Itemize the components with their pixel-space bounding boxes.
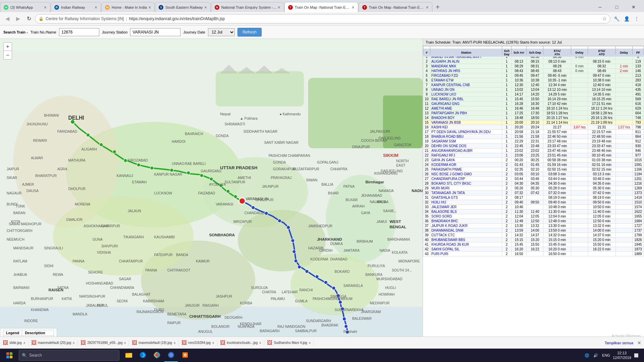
start-button[interactable] [1, 349, 17, 362]
new-tab-button[interactable]: + [433, 2, 443, 12]
tab-whatsapp[interactable]: W (3) WhatsApp × [0, 2, 50, 12]
taskbar-media[interactable] [178, 349, 192, 362]
taskbar-search[interactable]: 🔍 Search [19, 350, 119, 361]
table-row: 43 PURI PURI 2 16:50 16:50 0 min 1889 [423, 252, 644, 256]
maximize-button[interactable]: □ [609, 2, 625, 12]
journey-station-input[interactable] [130, 28, 180, 36]
download-menu-6[interactable]: ∧ [309, 341, 311, 345]
tray-network[interactable]: 🌐 [583, 353, 591, 358]
svg-text:KOLKATA: KOLKATA [392, 250, 408, 254]
svg-text:HUGLI: HUGLI [385, 286, 396, 290]
download-name-0: slide.jpg [9, 341, 22, 345]
close-downloads[interactable]: ✕ [637, 340, 641, 346]
svg-text:JHARGRAM: JHARGRAM [361, 310, 381, 314]
svg-text:LUCKNOW: LUCKNOW [154, 191, 172, 195]
svg-text:RAISEN: RAISEN [48, 288, 63, 292]
close-button[interactable]: ✕ [626, 2, 641, 12]
tab-train-on-map2[interactable]: T Train On Map -National Train En... × [359, 2, 432, 12]
svg-text:RAE BARELI: RAE BARELI [185, 162, 206, 166]
svg-text:CHHAPRA: CHHAPRA [330, 167, 347, 171]
svg-text:● Kathmandu: ● Kathmandu [279, 112, 301, 116]
forward-button[interactable]: ▶ [13, 14, 23, 23]
tray-volume[interactable]: 🔊 [592, 353, 599, 358]
svg-point-40 [324, 281, 328, 284]
svg-text:BEMETARA: BEMETARA [167, 312, 186, 316]
tab-close-whatsapp[interactable]: × [44, 5, 47, 10]
svg-text:DHOLPUR: DHOLPUR [68, 187, 86, 191]
download-menu-2[interactable]: ∧ [124, 341, 126, 345]
tab-close-ntes[interactable]: × [278, 5, 280, 10]
tab-make-in-india[interactable]: M Home - Make In India × [101, 2, 155, 12]
download-menu-1[interactable]: ∧ [72, 341, 75, 345]
schedule-table: # Station SchDay Sch Arr Sch Dep ETA/ATA… [423, 46, 644, 256]
taskbar-chrome-active[interactable] [164, 349, 178, 362]
svg-point-18 [124, 159, 127, 163]
zoom-out-button[interactable]: − [3, 51, 12, 60]
table-row: 35 SORO SORD 2 12:04 12:05 12:04 0 min 1… [423, 214, 644, 219]
tab-close-indian-railway[interactable]: × [95, 5, 97, 10]
col-delay2: Delay [615, 48, 632, 57]
bookmark-icon[interactable]: ☆ [602, 15, 607, 22]
table-row: 18 BHABUA ROAD BBU 1 21:56 21:58 22:46 5… [423, 134, 644, 139]
minimize-button[interactable]: ─ [592, 2, 608, 12]
tab-close-train-on-map2[interactable]: × [426, 5, 429, 10]
svg-text:ALWAR: ALWAR [31, 156, 43, 160]
taskbar-file-explorer[interactable] [122, 349, 136, 362]
svg-text:JALPAIGURI: JALPAIGURI [370, 129, 390, 133]
taskbar-edge[interactable] [136, 349, 150, 362]
svg-text:MANDLA: MANDLA [73, 312, 88, 316]
svg-text:BAHRAICH: BAHRAICH [185, 132, 203, 136]
profile-icon[interactable]: 👤 [622, 14, 631, 23]
tab-close-train-on-map1[interactable]: × [352, 5, 355, 10]
svg-text:GAYA: GAYA [361, 211, 370, 215]
train-number-input[interactable] [59, 28, 99, 36]
svg-text:JASHPUR: JASHPUR [216, 294, 232, 298]
tab-indian-railway[interactable]: R Indian Railway × [51, 2, 101, 12]
tab-favicon-ntes: N [215, 5, 219, 10]
download-menu-3[interactable]: ∧ [173, 341, 176, 345]
tab-train-on-map1[interactable]: T Train On Map -National Train En... × [284, 2, 358, 12]
download-name-6: Sudhanshu Mani 4.jpg [274, 341, 307, 345]
taskbar-clock[interactable]: 22:13 12/07/2019 [613, 351, 631, 360]
zoom-in-button[interactable]: + [3, 42, 12, 51]
svg-text:JHABUA: JHABUA [13, 273, 27, 277]
table-row: 24 KODERMA KOR 2 01:43 01:45 01:59 16 mi… [423, 163, 644, 167]
svg-text:SARAIKELA: SARAIKELA [343, 284, 363, 288]
download-icon-1: 🖼 [31, 340, 37, 346]
map-area[interactable]: VARANASI JN [0, 39, 423, 350]
tab-south-eastern[interactable]: S South Eastern Railway × [155, 2, 210, 12]
table-row: 17 PT DEEN DAYAL UPADHYAYA JN DDU 1 20:5… [423, 130, 644, 134]
show-all-downloads[interactable]: Tampilkan semua [604, 341, 633, 345]
table-row: 21 ANUGRAHANROAD AUBR 1 23:02 23:02 23:4… [423, 148, 644, 153]
svg-point-241 [170, 354, 172, 356]
download-menu-0[interactable]: ∧ [23, 341, 25, 345]
journey-date-select[interactable]: 12 Jul [208, 28, 235, 36]
back-button[interactable]: ◀ [3, 14, 12, 23]
table-row: 20 DEHRI ON SONE DOS 1 22:45 22:48 23:33… [423, 144, 644, 148]
svg-text:DHANBAD: DHANBAD [330, 257, 347, 261]
taskbar-chrome[interactable] [150, 349, 164, 362]
address-box[interactable]: 🔒 Centre for Railway Information Systems… [35, 14, 610, 23]
journey-date-label: Journey Date [183, 30, 205, 34]
svg-text:BARAGARH: BARAGARH [260, 329, 279, 333]
tab-close-make-in-india[interactable]: × [148, 5, 151, 10]
table-row: 36 BHADRAKH BHC 2 12:48 12:50 12:48 0 mi… [423, 219, 644, 224]
refresh-button[interactable]: Refresh [237, 28, 262, 37]
svg-text:JHUNJHUNU: JHUNJHUNU [26, 122, 48, 126]
tab-ntes[interactable]: N National Train Enquiry System -... × [211, 2, 284, 12]
download-menu-5[interactable]: ∧ [259, 341, 261, 345]
extensions-icon[interactable]: 🔧 [612, 14, 621, 23]
train-number-label: Train No./Name [31, 30, 56, 34]
svg-text:DUMKA: DUMKA [330, 242, 343, 246]
svg-point-24 [210, 177, 213, 181]
svg-text:JAMSHEDPUR: JAMSHEDPUR [308, 224, 333, 228]
taskbar-date-value: 12/07/2019 [613, 355, 631, 360]
svg-point-45 [342, 317, 346, 321]
show-desktop[interactable]: ⬜ [633, 353, 640, 358]
menu-icon[interactable]: ⋮ [632, 14, 641, 23]
taskbar-language[interactable]: ENG [601, 353, 611, 357]
download-menu-4[interactable]: ∧ [212, 341, 214, 345]
table-row: 7 KANPUR CENTRAL CNB 1 12:30 12:40 12:34… [423, 83, 644, 87]
reload-button[interactable]: ↻ [24, 14, 34, 23]
tab-close-south-eastern[interactable]: × [204, 5, 207, 10]
